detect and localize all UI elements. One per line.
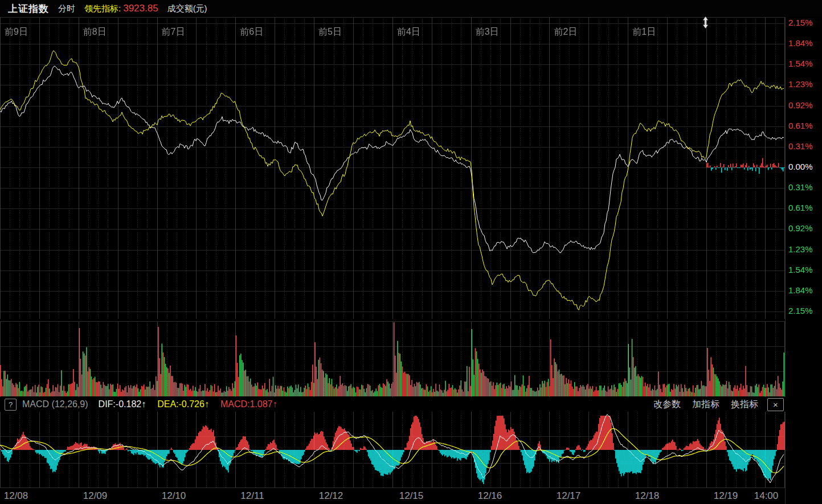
y-axis-label: 0.92%	[788, 100, 813, 110]
x-axis-label-12/15: 12/15	[399, 490, 424, 502]
x-axis-label-12/18: 12/18	[635, 490, 660, 502]
leading-indicator-label: 领先指标:	[84, 3, 121, 14]
y-axis-label: 1.54%	[788, 59, 813, 68]
y-axis-label: 0.61%	[788, 121, 813, 130]
leading-indicator-value: 3923.85	[123, 3, 158, 14]
mode-label[interactable]: 分时	[58, 3, 75, 14]
y-axis-label: 1.54%	[788, 265, 813, 274]
x-axis-label-12/17: 12/17	[557, 490, 581, 502]
day-label-前1日: 前1日	[632, 26, 656, 38]
x-axis-label-12/19: 12/19	[714, 490, 738, 502]
x-axis-label-12/11: 12/11	[240, 490, 264, 502]
volume-chart[interactable]	[0, 322, 785, 397]
edit-params-button[interactable]: 改参数	[653, 399, 681, 411]
dif-value: DIF:-0.182↑	[99, 399, 146, 409]
y-axis-label: 1.84%	[788, 285, 813, 295]
y-axis-label: 0.92%	[788, 223, 813, 233]
y-axis-label: 1.23%	[788, 244, 813, 254]
day-label-前8日: 前8日	[83, 26, 107, 38]
day-label-前3日: 前3日	[476, 26, 499, 38]
macd-actions: 改参数 加指标 换指标	[653, 399, 758, 411]
y-axis-label: 0.00%	[788, 162, 813, 171]
day-label-前4日: 前4日	[397, 26, 420, 38]
axis-border	[785, 17, 786, 504]
x-axis-label-12/10: 12/10	[162, 490, 186, 502]
amount-unit-label: 成交额(元)	[167, 3, 207, 14]
y-axis-label: 2.15%	[788, 306, 813, 315]
y-axis-label: 1.23%	[788, 79, 813, 89]
stock-app: 上证指数 分时 领先指标: 3923.85 成交额(元) ? MACD (12,…	[0, 0, 822, 504]
resize-cursor-icon	[702, 17, 709, 28]
x-axis-label-12/08: 12/08	[4, 490, 28, 502]
help-button[interactable]: ?	[5, 399, 17, 411]
macd-chart[interactable]	[0, 412, 785, 488]
index-title: 上证指数	[8, 2, 49, 15]
day-label-前6日: 前6日	[240, 26, 263, 38]
day-label-前7日: 前7日	[162, 26, 185, 38]
divider	[0, 17, 785, 18]
chart-header: 上证指数 分时 领先指标: 3923.85 成交额(元)	[0, 0, 822, 17]
y-axis-label: 2.15%	[788, 18, 813, 27]
macd-toolbar: ? MACD (12,26,9) DIF:-0.182↑ DEA:-0.726↑…	[0, 397, 822, 412]
macd-title[interactable]: MACD (12,26,9)	[22, 399, 88, 409]
day-label-前9日: 前9日	[5, 26, 28, 38]
y-axis-label: 0.31%	[788, 182, 813, 192]
y-axis-label: 0.61%	[788, 203, 813, 212]
x-axis-label-12/16: 12/16	[478, 490, 502, 502]
divider	[0, 487, 785, 488]
close-icon[interactable]: ×	[767, 398, 784, 411]
y-axis-label: 1.84%	[788, 38, 813, 48]
day-label-前2日: 前2日	[554, 26, 577, 38]
macd-value: MACD:1.087↑	[220, 399, 277, 409]
x-axis-label-14:00: 14:00	[754, 490, 779, 502]
y-axis-label: 0.31%	[788, 141, 813, 151]
x-axis-label-12/09: 12/09	[83, 490, 108, 502]
x-axis-label-12/12: 12/12	[319, 490, 343, 502]
main-price-chart[interactable]	[0, 17, 785, 319]
divider	[0, 321, 785, 322]
switch-indicator-button[interactable]: 换指标	[731, 399, 758, 411]
add-indicator-button[interactable]: 加指标	[692, 399, 719, 411]
dea-value: DEA:-0.726↑	[157, 399, 209, 409]
day-label-前5日: 前5日	[318, 26, 342, 38]
